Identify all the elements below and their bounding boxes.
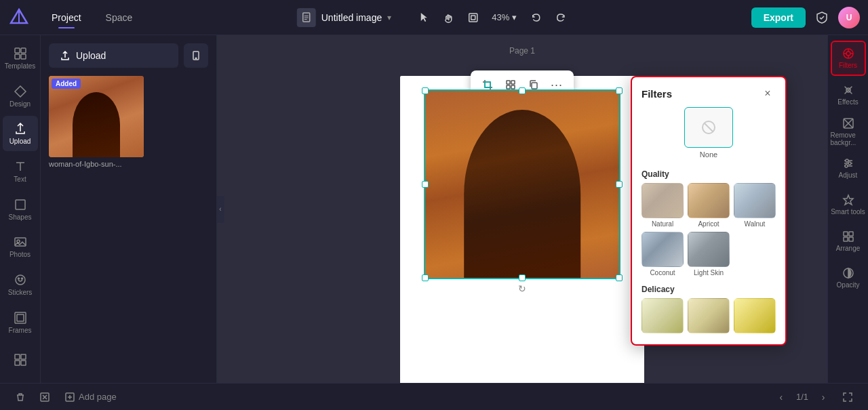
hand-tool-button[interactable] [437,7,459,28]
right-tool-effects[interactable]: Effects [831,77,866,112]
filter-coconut[interactable]: Coconut [642,232,684,276]
right-tool-remove-bg[interactable]: Remove backgr... [831,114,866,149]
svg-rect-9 [21,48,26,53]
handle-top-right[interactable] [616,87,623,94]
filter-del2[interactable] [688,298,730,333]
undo-button[interactable] [525,7,547,28]
fit-button[interactable] [838,388,857,407]
export-button[interactable]: Export [751,7,806,28]
document-title: Untitled image [321,12,382,23]
sidebar-item-stickers[interactable]: Stickers [3,267,38,302]
sidebar-item-design-label: Design [9,100,31,108]
filter-lightskin-label: Light Skin [694,269,724,276]
svg-rect-19 [17,314,24,321]
tab-space[interactable]: Space [95,8,144,27]
svg-rect-31 [532,83,537,89]
filter-apricot-label: Apricot [698,220,719,228]
svg-point-35 [846,52,850,56]
handle-middle-right[interactable] [616,181,623,188]
rotate-handle[interactable]: ↻ [517,283,528,294]
redo-button[interactable] [549,7,571,28]
sidebar-item-templates-label: Templates [5,62,36,70]
right-tool-arrange[interactable]: Arrange [831,224,866,259]
filters-close-button[interactable]: × [760,85,776,102]
svg-rect-23 [21,361,26,365]
uploaded-image-item[interactable]: Added woman-of-Igbo-sun-... [49,76,144,168]
right-tool-adjust[interactable]: Adjust [831,150,866,186]
handle-top-middle[interactable] [519,87,526,94]
upload-button[interactable]: Upload [49,43,178,68]
sidebar-item-stickers-label: Stickers [8,289,33,296]
sidebar-item-design[interactable]: Design [3,79,38,114]
sidebar-item-photos[interactable]: Photos [3,229,38,264]
canvas-image[interactable]: ↻ [424,89,620,279]
filter-del1[interactable] [642,298,684,333]
svg-point-47 [845,165,848,167]
left-sidebar: Templates Design Upload Text Shapes [0,35,41,383]
sidebar-item-upload[interactable]: Upload [3,116,38,151]
tab-project[interactable]: Project [41,8,92,27]
shield-button[interactable] [811,7,833,28]
bottom-right: ‹ 1/1 › [772,388,857,407]
filter-del2-thumb [688,298,730,333]
right-tool-opacity[interactable]: Opacity [831,260,866,295]
portrait-figure [464,110,580,278]
right-tool-smart[interactable]: Smart tools [831,187,866,222]
prev-page-button[interactable]: ‹ [772,388,791,407]
handle-bottom-left[interactable] [422,274,429,281]
quality-filter-grid: Natural Apricot Walnut Coconut Light Ski… [632,183,785,276]
svg-rect-26 [485,82,490,87]
delete-button[interactable] [11,388,30,407]
app-logo [8,7,30,28]
filter-natural[interactable]: Natural [642,183,684,228]
sidebar-item-templates[interactable]: Templates [3,41,38,76]
add-page-label: Add page [79,392,117,402]
handle-top-left[interactable] [422,87,429,94]
svg-point-45 [848,162,851,165]
filter-none-label: None [700,150,717,159]
sidebar-item-frames[interactable]: Frames [3,305,38,340]
sidebar-item-shapes-label: Shapes [9,213,32,221]
filter-lightskin[interactable]: Light Skin [688,232,730,276]
bottom-bar: Add page ‹ 1/1 › [0,383,868,410]
svg-rect-27 [507,81,510,84]
main-content: Templates Design Upload Text Shapes [0,35,868,383]
filter-apricot-thumb [688,183,730,218]
canvas-image-container[interactable]: ↻ [424,89,620,279]
sidebar-item-text-label: Text [14,176,26,183]
filter-natural-thumb [642,183,684,218]
svg-rect-30 [511,85,515,89]
image-thumbnail[interactable]: Added [49,76,144,157]
svg-rect-10 [15,54,20,59]
add-page-button[interactable]: Add page [60,389,122,405]
sidebar-item-shapes[interactable]: Shapes [3,192,38,227]
svg-point-16 [18,278,19,279]
filter-none-item[interactable]: None [642,107,776,159]
topbar-center: Untitled image ▾ 43% ▾ [297,7,572,28]
cursor-tool-button[interactable] [413,7,435,28]
frame-tool-button[interactable] [462,7,484,28]
handle-bottom-right[interactable] [616,274,623,281]
right-tool-filters[interactable]: Filters [831,41,866,76]
page-label: Page 1 [509,46,535,56]
filter-apricot[interactable]: Apricot [688,183,730,228]
filter-none-thumb [684,107,733,148]
zoom-control[interactable]: 43% ▾ [486,9,522,25]
panel-toggle-button[interactable]: ‹ [216,196,224,223]
handle-middle-left[interactable] [422,181,429,188]
sidebar-item-grid[interactable] [3,342,38,377]
trash-button[interactable] [35,388,54,407]
filter-walnut[interactable]: Walnut [734,183,776,228]
handle-bottom-middle[interactable] [519,274,526,281]
avatar[interactable]: U [838,7,860,28]
svg-rect-50 [844,237,848,241]
filter-del3-thumb [734,298,776,333]
topbar: Project Space Untitled image ▾ [0,0,868,35]
right-tool-adjust-label: Adjust [839,171,858,179]
image-label: woman-of-Igbo-sun-... [49,160,144,168]
canvas-area: Page 1 [217,35,827,383]
filter-del3[interactable] [734,298,776,333]
sidebar-item-text[interactable]: Text [3,154,38,189]
next-page-button[interactable]: › [814,388,833,407]
mobile-button[interactable] [184,43,208,68]
